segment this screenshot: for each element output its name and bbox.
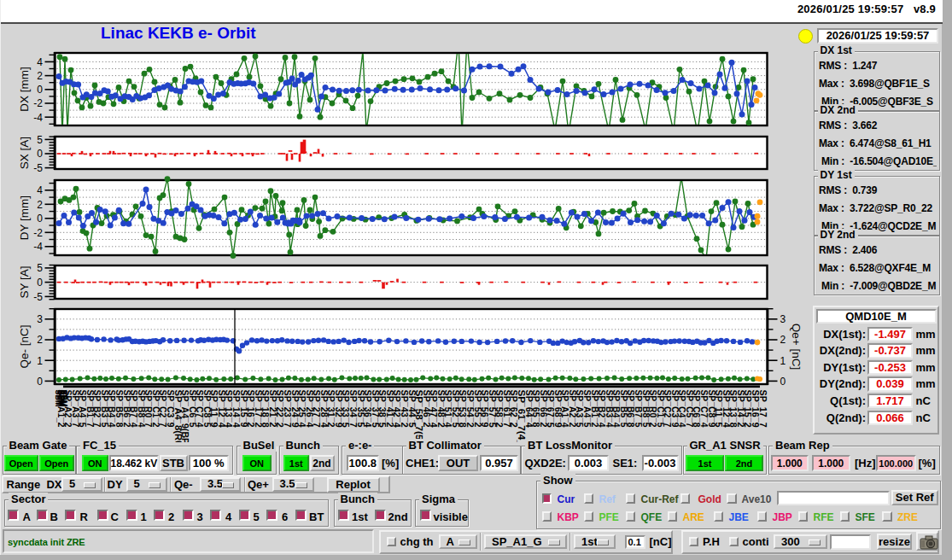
svg-text:-5: -5: [33, 291, 43, 303]
svg-text:-2: -2: [33, 97, 43, 109]
svg-text:SBM: SBM: [59, 390, 68, 407]
svg-text:1: 1: [37, 355, 43, 367]
svg-text:Qe- [nC]: Qe- [nC]: [18, 324, 31, 368]
svg-text:3: 3: [780, 313, 786, 325]
svg-text:4: 4: [37, 56, 43, 68]
svg-text:5: 5: [37, 134, 43, 146]
svg-text:-4: -4: [33, 241, 43, 253]
svg-text:-5: -5: [33, 162, 43, 174]
svg-text:2: 2: [37, 334, 43, 346]
svg-text:2: 2: [37, 70, 43, 82]
svg-text:0: 0: [37, 376, 43, 388]
svg-text:0: 0: [780, 376, 786, 388]
svg-text:-2: -2: [33, 227, 43, 239]
svg-text:0: 0: [37, 148, 43, 160]
svg-text:2: 2: [37, 199, 43, 211]
svg-text:DX [mm]: DX [mm]: [18, 67, 31, 112]
svg-text:SP_17_7: SP_17_7: [758, 390, 768, 429]
svg-text:4: 4: [37, 184, 43, 196]
svg-text:-4: -4: [33, 112, 43, 124]
svg-text:Qe+ [nC]: Qe+ [nC]: [790, 324, 803, 370]
svg-text:SY [A]: SY [A]: [18, 265, 31, 298]
svg-text:DY [mm]: DY [mm]: [18, 195, 31, 240]
svg-text:1: 1: [780, 355, 786, 367]
svg-text:0: 0: [37, 277, 43, 289]
svg-text:2: 2: [780, 334, 786, 346]
svg-text:0: 0: [37, 213, 43, 225]
svg-text:0: 0: [37, 84, 43, 96]
svg-text:SX [A]: SX [A]: [18, 137, 31, 169]
svg-text:5: 5: [37, 262, 43, 274]
svg-text:3: 3: [37, 313, 43, 325]
